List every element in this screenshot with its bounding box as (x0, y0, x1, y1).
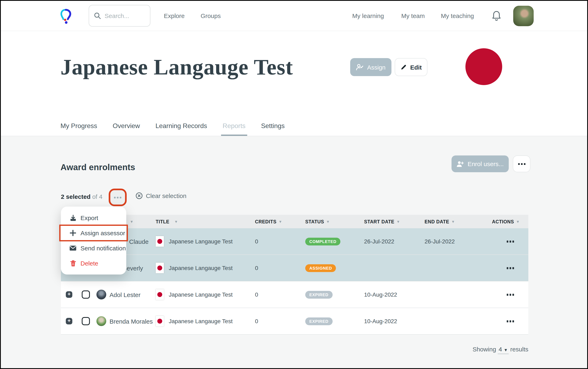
course-title[interactable]: Japanese Langauge Test (169, 318, 233, 324)
screenshot-frame: Explore Groups My learning My team My te… (0, 0, 588, 369)
clear-selection-label: Clear selection (146, 192, 186, 199)
status-badge: EXPIRED (305, 318, 333, 325)
credits-value: 0 (255, 265, 305, 271)
table-row: +✓BeverlyJapanese Langauge Test0ASSIGNED (61, 255, 528, 281)
row-checkbox[interactable] (82, 290, 90, 299)
row-actions-more-button[interactable] (492, 320, 528, 322)
tab-learning-records[interactable]: Learning Records (156, 122, 207, 136)
nav-link-my-learning[interactable]: My learning (352, 12, 384, 19)
enrolments-table: ▼ TITLE▼ CREDITS▼ STATUS▼ START DATE▼ EN… (61, 215, 528, 335)
ellipsis-icon (492, 294, 528, 296)
course-thumbnail-japan-flag-icon (156, 289, 164, 300)
end-date: 26-Jul-2022 (425, 238, 480, 245)
learner-name[interactable]: Claude (129, 238, 148, 245)
user-avatar[interactable] (513, 6, 534, 26)
app-logo-lightbulb-icon[interactable] (59, 8, 72, 25)
nav-link-my-teaching[interactable]: My teaching (441, 12, 474, 19)
tab-settings[interactable]: Settings (261, 122, 285, 136)
enrol-users-button[interactable]: Enrol users... (451, 155, 509, 172)
menu-item-export[interactable]: Export (61, 210, 126, 226)
menu-item-label: Export (80, 214, 98, 221)
envelope-icon (69, 245, 76, 252)
search-box[interactable] (89, 5, 150, 27)
start-date: 10-Aug-2022 (364, 291, 425, 298)
course-thumbnail-japan-flag-icon (156, 263, 164, 273)
search-input[interactable] (105, 12, 145, 19)
main-content: Award enrolments Enrol users... 2 select… (1, 136, 587, 368)
status-badge: COMPLETED (305, 238, 341, 246)
edit-button[interactable]: Edit (395, 58, 427, 76)
status-badge: ASSIGNED (305, 264, 336, 272)
page-actions-more-button[interactable] (513, 155, 530, 172)
download-icon (69, 214, 76, 221)
user-plus-icon (457, 161, 464, 167)
expand-row-button[interactable]: + (66, 291, 72, 298)
credits-value: 0 (255, 291, 305, 298)
notifications-bell-icon[interactable] (491, 11, 501, 22)
tab-reports[interactable]: Reports (223, 122, 245, 136)
status-badge: EXPIRED (305, 291, 333, 299)
tab-overview[interactable]: Overview (113, 122, 140, 136)
table-row: +Brenda MoralesJapanese Langauge Test0EX… (61, 308, 528, 335)
section-heading: Award enrolments (60, 162, 135, 172)
results-count-dropdown[interactable]: 4 ▼ (498, 346, 509, 354)
column-header-end-date[interactable]: END DATE▼ (425, 219, 480, 224)
page-title: Japanese Langauge Test (60, 54, 293, 80)
assign-button-label: Assign (367, 64, 385, 71)
nav-link-explore[interactable]: Explore (164, 12, 185, 19)
start-date: 26-Jul-2022 (364, 238, 425, 245)
column-header-status[interactable]: STATUS▼ (305, 219, 364, 224)
course-title[interactable]: Japanese Langauge Test (169, 291, 233, 298)
column-header-start-date[interactable]: START DATE▼ (364, 219, 425, 224)
row-actions-more-button[interactable] (492, 294, 528, 296)
table-row: +✓ClaudeJapanese Langauge Test0COMPLETED… (61, 228, 528, 255)
menu-item-delete[interactable]: Delete (61, 256, 126, 271)
nav-link-groups[interactable]: Groups (201, 12, 221, 19)
pencil-icon (401, 64, 407, 70)
start-date: 10-Aug-2022 (364, 318, 425, 324)
column-header-actions[interactable]: ACTIONS▼ (480, 219, 528, 224)
nav-link-my-team[interactable]: My team (401, 12, 425, 19)
top-nav: Explore Groups My learning My team My te… (1, 1, 587, 31)
tab-my-progress[interactable]: My Progress (60, 122, 97, 136)
course-thumbnail-japan-flag-icon (156, 316, 164, 327)
course-title[interactable]: Japanese Langauge Test (169, 238, 233, 245)
person-check-icon (356, 64, 363, 70)
row-actions-more-button[interactable] (492, 267, 528, 269)
edit-button-label: Edit (410, 64, 422, 71)
clear-selection-button[interactable]: Clear selection (136, 192, 186, 199)
ellipsis-icon (492, 320, 528, 322)
results-label: results (509, 346, 528, 353)
learner-name[interactable]: Adol Lester (109, 291, 141, 298)
menu-item-label: Assign assessor (80, 229, 125, 236)
tabs-divider (1, 136, 587, 136)
column-header-credits[interactable]: CREDITS▼ (255, 219, 305, 224)
bulk-actions-dropdown-menu: ExportAssign assessorSend notificationDe… (61, 207, 126, 275)
expand-row-button[interactable]: + (66, 318, 72, 324)
menu-item-send-notification[interactable]: Send notification (61, 241, 126, 256)
enrol-users-button-label: Enrol users... (468, 160, 504, 167)
menu-item-label: Delete (80, 260, 98, 267)
row-actions-more-button[interactable] (492, 240, 528, 242)
assign-button[interactable]: Assign (350, 58, 392, 76)
ellipsis-icon (492, 240, 528, 242)
credits-value: 0 (255, 238, 305, 245)
bulk-actions-more-button-annotated[interactable] (109, 189, 127, 206)
learner-name[interactable]: Brenda Morales (109, 318, 153, 325)
row-checkbox[interactable] (82, 317, 90, 325)
learner-avatar (97, 290, 106, 299)
column-header-title[interactable]: TITLE▼ (156, 219, 255, 224)
table-header-row: ▼ TITLE▼ CREDITS▼ STATUS▼ START DATE▼ EN… (61, 215, 528, 228)
search-icon (94, 12, 101, 19)
ellipsis-icon (513, 163, 530, 165)
ellipsis-icon (114, 196, 121, 198)
results-footer: Showing 4 ▼ results (61, 346, 528, 354)
selection-count-bold: 2 selected (61, 193, 90, 200)
table-body: +✓ClaudeJapanese Langauge Test0COMPLETED… (61, 228, 528, 335)
ellipsis-icon (492, 267, 528, 269)
plus-icon (69, 229, 76, 236)
menu-item-label: Send notification (80, 245, 126, 252)
course-title[interactable]: Japanese Langauge Test (169, 265, 233, 271)
menu-item-assign-assessor[interactable]: Assign assessor (60, 226, 127, 241)
circle-x-icon (136, 192, 143, 199)
